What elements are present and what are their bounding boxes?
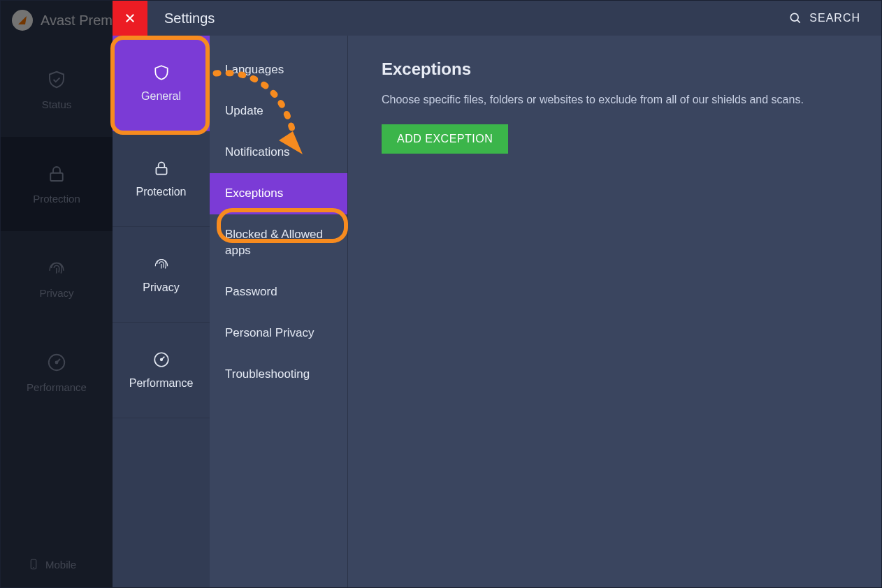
settings-submenu: Languages Update Notifications Exception… bbox=[210, 36, 348, 587]
submenu-label: Notifications bbox=[225, 145, 290, 159]
submenu-blocked-allowed[interactable]: Blocked & Allowed apps bbox=[210, 214, 347, 272]
close-icon bbox=[124, 12, 136, 24]
submenu-exceptions[interactable]: Exceptions bbox=[210, 173, 347, 214]
settings-panel: Settings SEARCH General Protection P bbox=[113, 1, 881, 587]
settings-categories: General Protection Privacy Performance bbox=[113, 36, 210, 587]
svg-point-2 bbox=[56, 362, 58, 364]
main-nav: Status Protection Privacy Performance Mo… bbox=[1, 1, 113, 587]
avast-logo-icon bbox=[11, 9, 34, 31]
main-nav-privacy[interactable]: Privacy bbox=[1, 231, 113, 325]
fingerprint-icon bbox=[152, 255, 171, 273]
shield-check-icon bbox=[46, 69, 67, 90]
submenu-update[interactable]: Update bbox=[210, 91, 347, 132]
svg-point-8 bbox=[160, 359, 162, 361]
category-label: Privacy bbox=[143, 281, 179, 294]
category-general[interactable]: General bbox=[113, 36, 210, 131]
main-nav-label: Status bbox=[42, 98, 72, 110]
search-icon bbox=[788, 11, 802, 25]
main-nav-performance[interactable]: Performance bbox=[1, 325, 113, 420]
main-nav-protection[interactable]: Protection bbox=[1, 137, 113, 231]
main-nav-mobile[interactable]: Mobile bbox=[27, 558, 76, 571]
main-nav-label: Mobile bbox=[45, 559, 76, 571]
fingerprint-icon bbox=[46, 258, 67, 279]
main-nav-label: Privacy bbox=[39, 287, 73, 299]
submenu-troubleshooting[interactable]: Troubleshooting bbox=[210, 354, 347, 395]
category-protection[interactable]: Protection bbox=[113, 131, 210, 227]
shield-icon bbox=[152, 64, 171, 82]
category-performance[interactable]: Performance bbox=[113, 323, 210, 418]
lock-icon bbox=[152, 159, 171, 177]
category-privacy[interactable]: Privacy bbox=[113, 227, 210, 323]
main-nav-label: Performance bbox=[27, 381, 87, 393]
submenu-notifications[interactable]: Notifications bbox=[210, 132, 347, 173]
close-button[interactable] bbox=[113, 1, 147, 36]
submenu-label: Languages bbox=[225, 63, 284, 76]
category-label: General bbox=[141, 90, 181, 103]
settings-title: Settings bbox=[164, 10, 215, 27]
svg-point-5 bbox=[791, 13, 799, 21]
add-exception-button[interactable]: ADD EXCEPTION bbox=[382, 124, 508, 154]
settings-header: Settings SEARCH bbox=[113, 1, 881, 36]
submenu-label: Personal Privacy bbox=[225, 326, 315, 339]
search-button[interactable]: SEARCH bbox=[788, 1, 860, 36]
settings-content: Exceptions Choose specific files, folder… bbox=[348, 36, 881, 587]
submenu-label: Blocked & Allowed apps bbox=[225, 228, 323, 257]
submenu-label: Update bbox=[225, 104, 263, 117]
submenu-personal-privacy[interactable]: Personal Privacy bbox=[210, 313, 347, 354]
content-description: Choose specific files, folders or websit… bbox=[382, 91, 848, 108]
submenu-password[interactable]: Password bbox=[210, 272, 347, 313]
category-label: Performance bbox=[129, 377, 194, 390]
category-label: Protection bbox=[136, 186, 186, 198]
svg-rect-6 bbox=[156, 168, 166, 175]
gauge-icon bbox=[152, 351, 171, 369]
app-brand: Avast Premi bbox=[11, 9, 115, 31]
submenu-label: Troubleshooting bbox=[225, 367, 310, 381]
submenu-languages[interactable]: Languages bbox=[210, 50, 347, 91]
main-nav-label: Protection bbox=[33, 193, 80, 205]
content-heading: Exceptions bbox=[382, 59, 848, 79]
gauge-icon bbox=[46, 352, 67, 373]
submenu-label: Password bbox=[225, 285, 277, 298]
mobile-icon bbox=[27, 558, 40, 571]
submenu-label: Exceptions bbox=[225, 186, 283, 200]
app-brand-label: Avast Premi bbox=[41, 13, 115, 29]
main-nav-status[interactable]: Status bbox=[1, 43, 113, 137]
svg-rect-0 bbox=[50, 173, 63, 181]
lock-icon bbox=[46, 163, 67, 184]
search-label: SEARCH bbox=[809, 12, 860, 24]
